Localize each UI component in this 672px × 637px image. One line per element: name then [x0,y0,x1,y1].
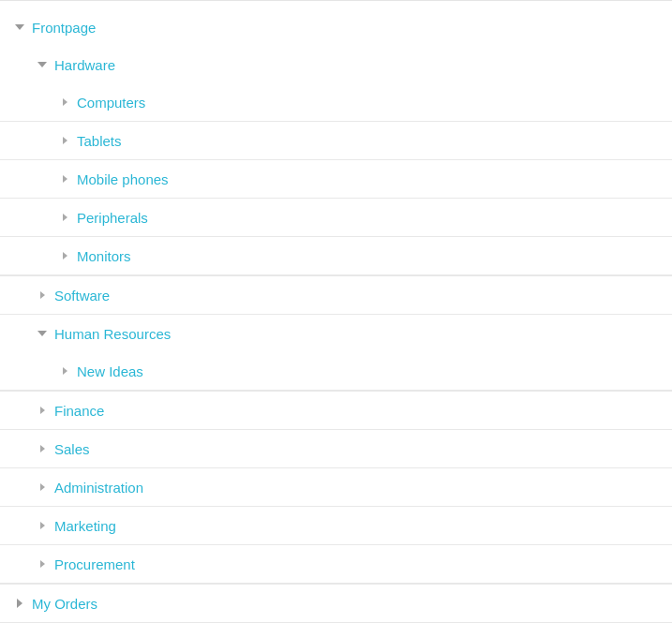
tree-item-computers: Computers [0,83,672,122]
tree-label-peripherals: Peripherals [77,210,148,226]
tree-label-my-orders: My Orders [32,596,97,612]
tree-item-my-orders: My Orders [0,585,672,623]
tree-item-new-ideas: New Ideas [0,352,672,391]
tree-item-human-resources: Human ResourcesNew Ideas [0,315,672,392]
tree-row-frontpage[interactable]: Frontpage [0,8,672,46]
tree-item-sales: Sales [0,430,672,468]
tree-row-mobile-phones[interactable]: Mobile phones [0,160,672,198]
tree-label-sales: Sales [54,441,90,457]
tree-row-finance[interactable]: Finance [0,392,672,429]
right-small-chevron-icon [34,556,51,572]
right-small-chevron-icon [34,402,51,419]
tree-item-tablets: Tablets [0,122,672,160]
right-small-chevron-icon [56,170,73,187]
tree-row-hardware[interactable]: Hardware [0,46,672,83]
tree-row-new-ideas[interactable]: New Ideas [0,352,672,390]
right-small-chevron-icon [56,247,73,264]
tree-label-hardware: Hardware [54,57,115,73]
tree-label-my-tasks: My Tasks [32,634,90,638]
tree-item-mobile-phones: Mobile phones [0,160,672,199]
tree-row-my-orders[interactable]: My Orders [0,585,672,622]
tree-row-sales[interactable]: Sales [0,430,672,467]
tree-row-marketing[interactable]: Marketing [0,507,672,544]
tree-label-human-resources: Human Resources [54,326,171,342]
tree-item-peripherals: Peripherals [0,199,672,237]
tree-item-software: Software [0,276,672,315]
tree-label-frontpage: Frontpage [32,20,96,36]
down-chevron-icon [34,325,51,342]
down-chevron-icon [34,56,51,73]
down-chevron-icon [11,19,28,36]
tree-label-software: Software [54,288,110,304]
right-small-chevron-icon [56,94,73,111]
tree-label-computers: Computers [77,95,145,111]
tree-label-monitors: Monitors [77,248,131,264]
tree-row-peripherals[interactable]: Peripherals [0,199,672,236]
right-small-chevron-icon [34,517,51,534]
tree-item-my-tasks: My Tasks [0,623,672,637]
tree-item-hardware: HardwareComputersTabletsMobile phonesPer… [0,46,672,276]
right-small-chevron-icon [34,287,51,304]
tree-item-monitors: Monitors [0,237,672,275]
tree-row-procurement[interactable]: Procurement [0,545,672,583]
right-small-chevron-icon [34,440,51,457]
right-chevron-icon [11,633,28,637]
tree-label-tablets: Tablets [77,133,122,149]
tree-item-administration: Administration [0,468,672,507]
tree-item-finance: Finance [0,392,672,430]
tree-row-administration[interactable]: Administration [0,468,672,506]
tree-row-software[interactable]: Software [0,276,672,314]
tree-label-procurement: Procurement [54,556,135,572]
right-small-chevron-icon [56,209,73,226]
tree-row-computers[interactable]: Computers [0,83,672,121]
navigation-tree: FrontpageHardwareComputersTabletsMobile … [0,0,672,637]
right-small-chevron-icon [56,132,73,149]
tree-row-human-resources[interactable]: Human Resources [0,315,672,352]
tree-row-my-tasks[interactable]: My Tasks [0,623,672,637]
right-small-chevron-icon [34,479,51,496]
right-small-chevron-icon [56,363,73,379]
tree-label-finance: Finance [54,403,104,419]
tree-label-new-ideas: New Ideas [77,363,143,379]
right-chevron-icon [11,595,28,612]
tree-item-procurement: Procurement [0,545,672,584]
tree-item-marketing: Marketing [0,507,672,545]
tree-row-tablets[interactable]: Tablets [0,122,672,159]
tree-label-marketing: Marketing [54,518,116,534]
tree-row-monitors[interactable]: Monitors [0,237,672,274]
tree-item-frontpage: FrontpageHardwareComputersTabletsMobile … [0,8,672,585]
tree-label-mobile-phones: Mobile phones [77,171,169,187]
tree-label-administration: Administration [54,480,143,496]
